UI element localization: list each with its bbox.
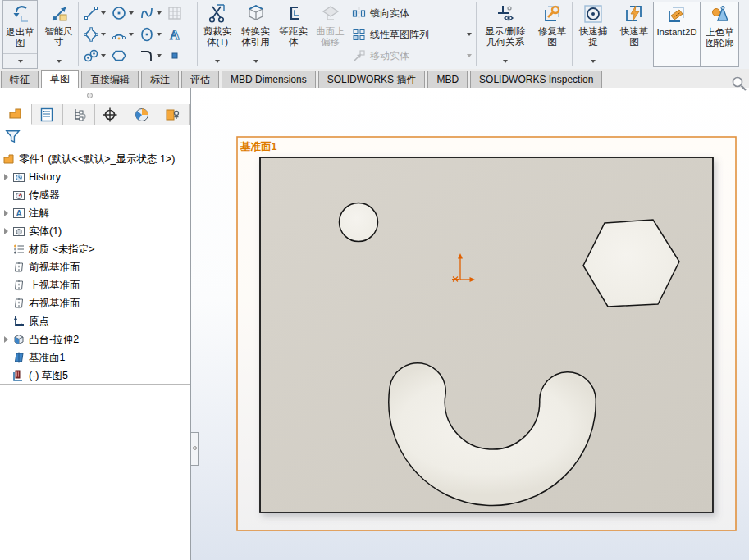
tree-item-plane1[interactable]: 基准面1 <box>0 348 190 367</box>
graphics-viewport[interactable]: 基准面1 <box>191 88 749 560</box>
rectangle-tool[interactable] <box>83 24 111 45</box>
arc-tool[interactable] <box>111 24 139 45</box>
tab-evaluate[interactable]: 评估 <box>181 71 219 88</box>
convert-entities-dropdown[interactable] <box>236 56 275 67</box>
tree-item-right-plane[interactable]: 右视基准面 <box>0 294 190 312</box>
surface-offset-icon <box>320 3 341 25</box>
cam-tab[interactable] <box>158 104 190 125</box>
tab-markup[interactable]: 标注 <box>141 71 179 88</box>
display-relations-button[interactable]: 显示/删除几何关系 <box>477 0 533 69</box>
freeform-tool[interactable] <box>83 45 111 66</box>
instant2d-icon <box>666 4 687 25</box>
exit-sketch-button[interactable]: 退出草图 <box>2 0 38 69</box>
displaymanager-tab[interactable] <box>126 104 158 125</box>
plane-icon <box>11 261 26 274</box>
text-tool[interactable]: A <box>167 24 194 45</box>
quick-snaps-dropdown[interactable] <box>573 56 613 67</box>
sensors-icon <box>11 189 26 202</box>
panel-divider-handle[interactable] <box>190 432 199 466</box>
mirror-entities-icon <box>352 7 366 20</box>
quick-snaps-button[interactable]: 快速捕捉 <box>573 0 613 69</box>
tree-item-boss-extrude[interactable]: 凸台-拉伸2 <box>0 330 190 348</box>
filter-row <box>0 125 190 148</box>
quick-snaps-icon <box>582 3 604 25</box>
spline-tool[interactable] <box>139 2 167 24</box>
tab-direct-editing[interactable]: 直接编辑 <box>81 71 139 88</box>
instant2d-button[interactable]: Instant2D <box>653 2 701 67</box>
expander-icon[interactable] <box>0 336 11 343</box>
trim-entities-dropdown[interactable] <box>199 56 236 67</box>
surface-offset-button: 曲面上偏移 <box>312 0 349 69</box>
plane-icon <box>11 297 26 310</box>
line-tool[interactable] <box>83 2 111 24</box>
smart-dimension-icon <box>48 3 70 25</box>
tab-mbd[interactable]: MBD <box>427 71 468 88</box>
offset-entities-button[interactable]: 等距实体 <box>275 0 312 69</box>
ellipse-tool[interactable] <box>139 24 167 45</box>
tab-sketch[interactable]: 草图 <box>41 70 79 88</box>
propertymanager-tab[interactable] <box>32 104 64 125</box>
convert-entities-button[interactable]: 转换实体引用 <box>236 0 275 69</box>
exit-sketch-icon <box>10 4 31 25</box>
expander-icon[interactable] <box>0 174 11 180</box>
shaded-contours-button[interactable]: 上色草图轮廓 <box>701 2 739 67</box>
ribbon-toolbar: 退出草图 智能尺寸 A <box>0 0 749 69</box>
configurationmanager-tab[interactable] <box>63 104 95 125</box>
mirror-entities-button[interactable]: 镜向实体 <box>352 2 472 24</box>
rapid-sketch-button[interactable]: 快速草图 <box>615 0 653 69</box>
tab-inspection[interactable]: SOLIDWORKS Inspection <box>470 71 602 88</box>
sketch-picture-tool <box>167 2 194 24</box>
tree-item-top-plane[interactable]: 上视基准面 <box>0 276 190 294</box>
display-relations-dropdown[interactable] <box>477 56 533 67</box>
panel-tabs <box>0 104 190 125</box>
tree-item-sensors[interactable]: 传感器 <box>0 186 190 204</box>
dimxpertmanager-tab[interactable] <box>95 104 127 125</box>
trim-entities-button[interactable]: 剪裁实体(T) <box>199 0 236 69</box>
fillet-tool[interactable] <box>139 45 167 66</box>
panel-splitter[interactable] <box>0 88 190 104</box>
circle-tool[interactable] <box>111 2 139 24</box>
expander-icon[interactable] <box>0 210 11 216</box>
tree-item-front-plane[interactable]: 前视基准面 <box>0 258 190 276</box>
rapid-sketch-icon <box>623 3 645 25</box>
tab-features[interactable]: 特征 <box>1 71 39 88</box>
solidworks-window: 退出草图 智能尺寸 A <box>0 0 749 560</box>
polygon-tool[interactable] <box>111 45 139 66</box>
move-entities-icon <box>352 49 366 63</box>
filter-icon[interactable] <box>4 128 21 145</box>
svg-text:A: A <box>170 27 180 43</box>
svg-text:A: A <box>16 209 21 218</box>
shaded-contours-icon <box>710 4 731 25</box>
plane-label: 基准面1 <box>240 140 276 154</box>
tree-item-solid-bodies[interactable]: 实体(1) <box>0 222 190 240</box>
circle-cut[interactable] <box>340 203 378 242</box>
tab-addins[interactable]: SOLIDWORKS 插件 <box>318 71 426 88</box>
pattern-group: 镜向实体 线性草图阵列 移动实体 <box>349 0 475 69</box>
linear-pattern-icon <box>352 28 366 42</box>
material-icon <box>11 243 26 256</box>
offset-entities-icon <box>283 3 304 25</box>
repair-sketch-button[interactable]: 修复草图 <box>533 0 571 69</box>
tree-item-sketch5[interactable]: (-) 草图5 <box>0 367 190 385</box>
history-icon <box>11 171 26 184</box>
exit-sketch-dropdown[interactable] <box>3 53 37 68</box>
linear-pattern-button[interactable]: 线性草图阵列 <box>352 24 472 45</box>
tab-mbd-dimensions[interactable]: MBD Dimensions <box>222 71 316 88</box>
smart-dimension-button[interactable]: 智能尺寸 <box>40 0 77 69</box>
tree-item-history[interactable]: History <box>0 168 190 186</box>
tree-root[interactable]: 零件1 (默认<<默认>_显示状态 1>) <box>0 150 190 168</box>
move-entities-dropdown[interactable] <box>467 54 472 57</box>
point-tool[interactable] <box>167 45 194 66</box>
featuremanager-tab[interactable] <box>0 104 32 125</box>
smart-dimension-dropdown[interactable] <box>40 56 77 67</box>
magnifier-icon[interactable] <box>731 75 747 95</box>
annotations-icon: A <box>11 207 26 220</box>
sketch5-icon <box>11 369 26 382</box>
boss-extrude-icon <box>11 333 26 346</box>
tree-item-material[interactable]: 材质 <未指定> <box>0 240 190 258</box>
tree-item-annotations[interactable]: A 注解 <box>0 204 190 222</box>
solid-bodies-icon <box>11 225 26 238</box>
tree-item-origin[interactable]: 原点 <box>0 312 190 330</box>
expander-icon[interactable] <box>0 228 11 234</box>
linear-pattern-dropdown[interactable] <box>467 33 472 36</box>
